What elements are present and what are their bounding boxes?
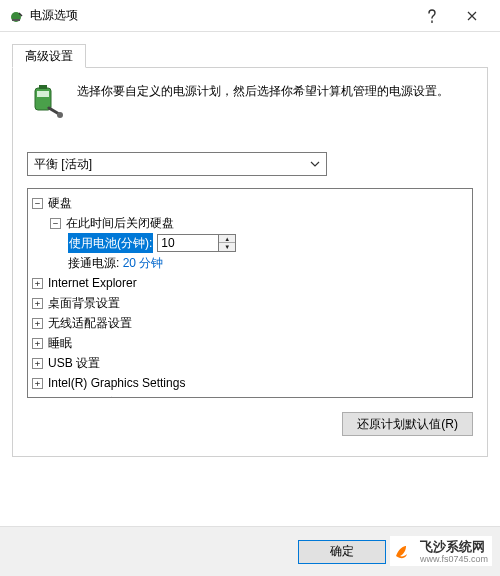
expand-icon[interactable]: + (32, 278, 43, 289)
settings-tree[interactable]: −硬盘 −在此时间后关闭硬盘 使用电池(分钟): ▲ ▼ 接通电源: 20 分钟 (27, 188, 473, 398)
tree-node-powerbtn[interactable]: +电源按钮和盖子 (32, 393, 472, 398)
power-options-icon (8, 8, 24, 24)
svg-rect-3 (39, 85, 47, 89)
expand-icon[interactable]: + (32, 398, 43, 399)
tree-node-desktop[interactable]: +桌面背景设置 (32, 293, 472, 313)
tree-node-hdd[interactable]: −硬盘 (32, 193, 472, 213)
description-row: 选择你要自定义的电源计划，然后选择你希望计算机管理的电源设置。 (27, 82, 473, 122)
tree-label: Intel(R) Graphics Settings (48, 373, 185, 393)
ok-button[interactable]: 确定 (298, 540, 386, 564)
collapse-icon[interactable]: − (50, 218, 61, 229)
expand-icon[interactable]: + (32, 298, 43, 309)
battery-minutes-spinner[interactable]: ▲ ▼ (157, 234, 236, 252)
tree-label: 无线适配器设置 (48, 313, 132, 333)
tab-advanced[interactable]: 高级设置 (12, 44, 86, 68)
tree-label: 在此时间后关闭硬盘 (66, 213, 174, 233)
tree-node-turnoff-hdd[interactable]: −在此时间后关闭硬盘 (50, 213, 472, 233)
tree-label: 电源按钮和盖子 (48, 393, 132, 398)
svg-rect-1 (12, 19, 20, 21)
watermark-line2: www.fs0745.com (420, 554, 488, 564)
watermark: 飞沙系统网 www.fs0745.com (390, 536, 492, 566)
tree-leaf-battery-label: 使用电池(分钟): (68, 233, 153, 253)
svg-rect-4 (37, 91, 49, 97)
help-button[interactable] (412, 0, 452, 32)
battery-plug-icon (27, 82, 67, 122)
expand-icon[interactable]: + (32, 318, 43, 329)
restore-defaults-button[interactable]: 还原计划默认值(R) (342, 412, 473, 436)
tree-leaf-plugged-value: 20 分钟 (123, 253, 164, 273)
close-button[interactable] (452, 0, 492, 32)
battery-minutes-input[interactable] (158, 235, 218, 251)
plan-selected-text: 平衡 [活动] (34, 156, 306, 173)
collapse-icon[interactable]: − (32, 198, 43, 209)
window-title: 电源选项 (30, 7, 412, 24)
tab-panel: 选择你要自定义的电源计划，然后选择你希望计算机管理的电源设置。 平衡 [活动] … (12, 68, 488, 457)
restore-row: 还原计划默认值(R) (27, 412, 473, 436)
description-text: 选择你要自定义的电源计划，然后选择你希望计算机管理的电源设置。 (77, 82, 449, 122)
watermark-logo-icon (394, 540, 416, 562)
content-area: 高级设置 选择你要自定义的电源计划，然后选择你希望计算机管理的电源设置。 平衡 … (0, 32, 500, 457)
tree-label: 硬盘 (48, 193, 72, 213)
watermark-text: 飞沙系统网 www.fs0745.com (420, 538, 488, 564)
tree-leaf-plugged-label: 接通电源: (68, 253, 119, 273)
spin-down-icon[interactable]: ▼ (219, 243, 235, 251)
tree-node-graphics[interactable]: +Intel(R) Graphics Settings (32, 373, 472, 393)
titlebar: 电源选项 (0, 0, 500, 32)
tree-node-usb[interactable]: +USB 设置 (32, 353, 472, 373)
tree-label: 桌面背景设置 (48, 293, 120, 313)
svg-point-5 (57, 112, 63, 118)
expand-icon[interactable]: + (32, 338, 43, 349)
expand-icon[interactable]: + (32, 358, 43, 369)
tab-label: 高级设置 (25, 48, 73, 65)
tree-node-sleep[interactable]: +睡眠 (32, 333, 472, 353)
tree-node-wireless[interactable]: +无线适配器设置 (32, 313, 472, 333)
tree-label: 睡眠 (48, 333, 72, 353)
tab-bar: 高级设置 (12, 44, 488, 68)
tree-label: Internet Explorer (48, 273, 137, 293)
chevron-down-icon (306, 154, 324, 174)
tree-leaf-battery[interactable]: 使用电池(分钟): ▲ ▼ (68, 233, 472, 253)
tree-label: USB 设置 (48, 353, 100, 373)
spin-up-icon[interactable]: ▲ (219, 235, 235, 243)
tree-leaf-plugged[interactable]: 接通电源: 20 分钟 (68, 253, 472, 273)
expand-icon[interactable]: + (32, 378, 43, 389)
tree-node-ie[interactable]: +Internet Explorer (32, 273, 472, 293)
plan-select[interactable]: 平衡 [活动] (27, 152, 327, 176)
